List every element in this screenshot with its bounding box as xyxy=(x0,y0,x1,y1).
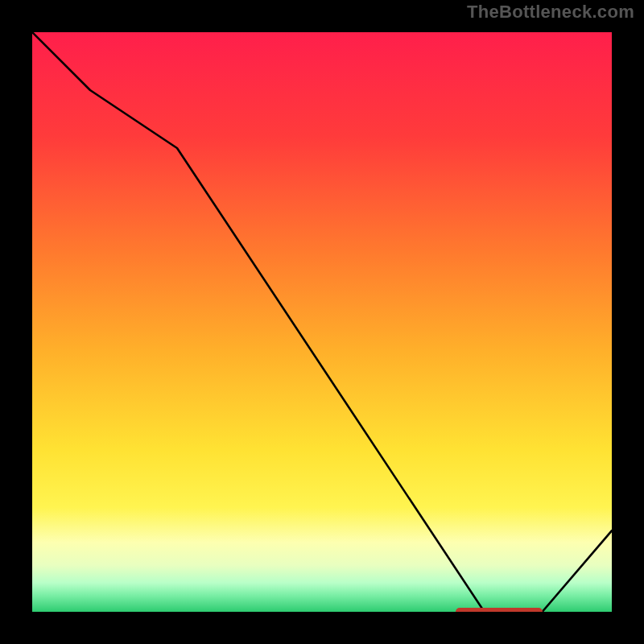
watermark-text: TheBottleneck.com xyxy=(467,2,634,23)
optimal-range-marker xyxy=(456,608,543,616)
bottleneck-curve xyxy=(32,32,612,612)
plot-frame xyxy=(28,28,616,616)
chart-stage: TheBottleneck.com xyxy=(0,0,644,644)
